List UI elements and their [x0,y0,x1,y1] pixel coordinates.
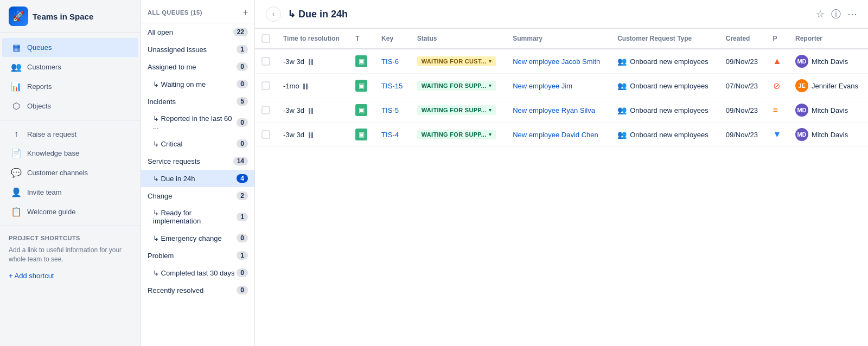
reporter-content: MD Mitch Davis [795,128,861,141]
summary-cell: New employee Jim [506,74,611,98]
crt-content: 👥 Onboard new employees [617,57,713,66]
sidebar-item-queues[interactable]: ▦ Queues [2,38,138,57]
priority-cell: ⊘ [767,74,789,98]
sidebar-item-raise-request[interactable]: ↑ Raise a request [2,125,138,143]
queue-item-assigned-to-me[interactable]: Assigned to me 0 [141,58,254,75]
key-cell[interactable]: TIS-4 [375,123,411,147]
time-to-resolution-cell: -3w 3d [277,49,349,74]
summary-link[interactable]: New employee Ryan Silva [513,106,595,114]
main-header-left: ‹ ↳ Due in 24h [266,7,348,22]
priority-icon: ⊘ [773,81,780,91]
created-date: 09/Nov/23 [726,106,758,114]
status-badge[interactable]: WAITING FOR CUST... ▾ [417,56,496,66]
status-badge[interactable]: WAITING FOR SUPP... ▾ [417,130,496,139]
queue-item-emergency-change[interactable]: ↳ Emergency change 0 [141,229,254,247]
queue-item-ready-for-impl[interactable]: ↳ Ready for implementation 1 [141,204,254,229]
issue-key-link[interactable]: TIS-15 [381,82,403,90]
reporter-content: JE Jennifer Evans [795,79,861,92]
queue-item-waiting-on-me[interactable]: ↳ Waiting on me 0 [141,75,254,93]
issue-type-icon: ▣ [355,55,367,67]
queue-item-completed-last-30[interactable]: ↳ Completed last 30 days 0 [141,264,254,281]
crt-label: Onboard new employees [630,57,709,66]
raise-request-icon: ↑ [11,129,22,139]
queues-icon: ▦ [11,42,22,53]
status-badge[interactable]: WAITING FOR SUPP... ▾ [417,81,496,91]
queue-item-label-ready-for-impl: ↳ Ready for implementation [148,209,237,225]
issue-key-link[interactable]: TIS-6 [381,57,399,66]
reporter-content: MD Mitch Davis [795,55,861,68]
add-queue-button[interactable]: + [243,8,248,17]
queue-item-service-requests[interactable]: Service requests 14 [141,152,254,170]
queue-item-due-in-24h[interactable]: ↳ Due in 24h 4 [141,170,254,187]
time-value: -3w 3d [283,57,304,66]
queue-item-label-unassigned-issues: Unassigned issues [148,46,207,54]
status-badge[interactable]: WAITING FOR SUPP... ▾ [417,105,496,115]
invite-team-icon: 👤 [11,187,22,197]
issue-key-link[interactable]: TIS-4 [381,131,399,139]
sidebar-item-customer-channels[interactable]: 💬 Customer channels [2,163,138,182]
crt-content: 👥 Onboard new employees [617,130,713,139]
issue-key-link[interactable]: TIS-5 [381,106,399,114]
sidebar-item-invite-team[interactable]: 👤 Invite team [2,183,138,202]
queue-item-count-service-requests: 14 [233,157,248,165]
created-date: 09/Nov/23 [726,57,758,66]
info-button[interactable]: ⓘ [831,8,841,21]
queue-item-recently-resolved[interactable]: Recently resolved 0 [141,281,254,299]
row-checkbox[interactable] [261,106,270,114]
queue-item-label-reported-last-60: ↳ Reported in the last 60 ... [148,114,237,131]
queue-item-incidents[interactable]: Incidents 5 [141,93,254,110]
sidebar-item-welcome-guide[interactable]: 📋 Welcome guide [2,202,138,221]
pause-bar-1 [309,59,310,65]
reporter-name: Mitch Davis [812,106,848,114]
sidebar-item-customers[interactable]: 👥 Customers [2,57,138,76]
key-cell[interactable]: TIS-15 [375,74,411,98]
collapse-button[interactable]: ‹ [266,7,281,22]
queue-item-problem[interactable]: Problem 1 [141,247,254,264]
logo-icon: 🚀 [9,7,28,26]
add-shortcut-button[interactable]: + Add shortcut [0,268,141,283]
select-all-checkbox[interactable] [261,34,270,43]
summary-link[interactable]: New employee Jim [513,82,572,90]
app-logo: 🚀 Teams in Space [0,0,141,33]
crt-cell: 👥 Onboard new employees [611,74,719,98]
type-cell: ▣ [349,98,375,123]
summary-link[interactable]: New employee Jacob Smith [513,57,600,66]
key-cell[interactable]: TIS-6 [375,49,411,74]
pause-icon [303,84,308,89]
sidebar-item-reports[interactable]: 📊 Reports [2,77,138,96]
queue-item-change[interactable]: Change 2 [141,187,254,204]
status-cell: WAITING FOR SUPP... ▾ [411,98,506,123]
reports-label: Reports [27,82,52,91]
priority-cell: ▼ [767,123,789,147]
queue-item-reported-last-60[interactable]: ↳ Reported in the last 60 ... 0 [141,110,254,135]
created-cell: 07/Nov/23 [719,74,767,98]
raise-request-label: Raise a request [27,130,76,138]
col-time-to-resolution: Time to resolution [277,29,349,49]
pause-bar-2 [311,108,313,114]
row-checkbox[interactable] [261,57,270,66]
priority-icon: ▼ [773,130,782,139]
pause-bar-1 [303,84,305,89]
sidebar-item-objects[interactable]: ⬡ Objects [2,97,138,116]
reporter-cell: MD Mitch Davis [789,98,868,123]
queue-item-all-open[interactable]: All open 22 [141,23,254,41]
status-cell: WAITING FOR SUPP... ▾ [411,74,506,98]
queue-item-critical[interactable]: ↳ Critical 0 [141,135,254,152]
col-created: Created [719,29,767,49]
key-cell[interactable]: TIS-5 [375,98,411,123]
created-date: 09/Nov/23 [726,131,758,139]
summary-link[interactable]: New employee David Chen [513,131,598,139]
row-checkbox[interactable] [261,130,270,139]
star-button[interactable]: ☆ [816,8,825,20]
main-header: ‹ ↳ Due in 24h ☆ ⓘ ⋯ [255,0,868,29]
queue-item-label-incidents: Incidents [148,98,176,106]
sidebar-item-knowledge-base[interactable]: 📄 Knowledge base [2,144,138,163]
row-checkbox[interactable] [261,81,270,90]
more-button[interactable]: ⋯ [847,8,857,20]
pause-icon [309,108,313,114]
summary-cell: New employee Jacob Smith [506,49,611,74]
queue-item-count-assigned-to-me: 0 [237,62,248,71]
type-cell: ▣ [349,74,375,98]
queue-item-unassigned-issues[interactable]: Unassigned issues 1 [141,41,254,58]
customer-channels-icon: 💬 [11,168,22,178]
